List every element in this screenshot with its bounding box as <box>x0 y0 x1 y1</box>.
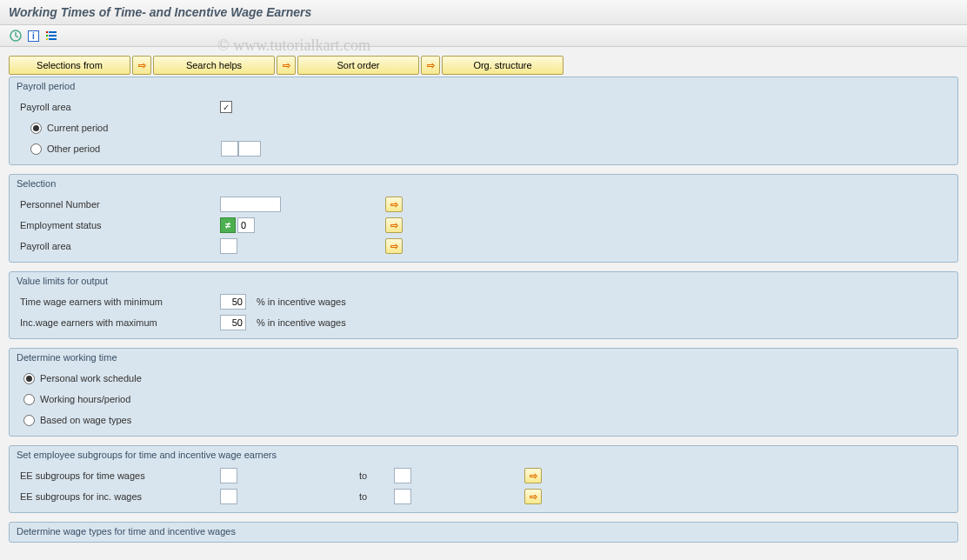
svg-rect-6 <box>49 38 57 40</box>
group-title: Determine working time <box>10 349 957 368</box>
other-period-label: Other period <box>47 143 221 154</box>
toolbar: i <box>0 25 967 47</box>
working-hours-label: Working hours/period <box>40 394 130 404</box>
personnel-number-input[interactable] <box>220 197 281 212</box>
inc-wage-max-label: Inc.wage earners with maximum <box>20 317 220 328</box>
determine-working-time-group: Determine working time Personal work sch… <box>9 348 958 437</box>
group-title: Set employee subgroups for time and ince… <box>10 446 957 465</box>
ee-time-from-input[interactable] <box>220 468 237 483</box>
other-period-radio[interactable] <box>30 143 42 155</box>
working-hours-radio[interactable] <box>23 394 35 405</box>
payroll-area-sel-label: Payroll area <box>20 241 220 251</box>
employment-status-input[interactable] <box>237 217 255 233</box>
inc-wage-max-input[interactable] <box>220 315 246 330</box>
ee-time-wages-label: EE subgroups for time wages <box>20 470 220 481</box>
ee-inc-wages-label: EE subgroups for inc. wages <box>20 491 220 502</box>
wage-types-radio[interactable] <box>23 415 35 426</box>
ee-inc-from-input[interactable] <box>220 489 237 504</box>
sort-order-button[interactable]: Sort order <box>297 56 419 75</box>
execute-icon[interactable] <box>9 29 23 43</box>
arrow-icon[interactable]: ⇨ <box>132 56 151 75</box>
title-bar: Working Times of Time- and Incentive Wag… <box>0 0 967 25</box>
arrow-icon[interactable]: ⇨ <box>421 56 440 75</box>
payroll-period-group: Payroll period Payroll area ✓ Current pe… <box>9 77 958 165</box>
payroll-area-sel-input[interactable] <box>220 238 237 254</box>
other-period-input-2[interactable] <box>238 141 261 157</box>
ee-subgroups-group: Set employee subgroups for time and ince… <box>9 445 958 513</box>
employment-status-label: Employment status <box>20 220 220 230</box>
to-label: to <box>342 470 394 481</box>
selection-group: Selection Personnel Number ⇨ Employment … <box>9 174 958 263</box>
action-button-row: Selections from ⇨ Search helps ⇨ Sort or… <box>9 56 958 75</box>
current-period-radio[interactable] <box>30 123 42 134</box>
group-title: Determine wage types for time and incent… <box>10 523 957 542</box>
multiple-selection-icon[interactable]: ⇨ <box>385 238 403 254</box>
multiple-selection-icon[interactable]: ⇨ <box>524 468 542 483</box>
ee-time-to-input[interactable] <box>394 468 411 483</box>
svg-rect-1 <box>46 31 48 33</box>
svg-rect-4 <box>49 35 57 37</box>
arrow-icon[interactable]: ⇨ <box>277 56 296 75</box>
multiple-selection-icon[interactable]: ⇨ <box>385 197 403 212</box>
determine-wage-types-group: Determine wage types for time and incent… <box>9 522 958 543</box>
selections-from-button[interactable]: Selections from <box>9 56 130 75</box>
content-area: Selections from ⇨ Search helps ⇨ Sort or… <box>0 47 967 551</box>
group-title: Value limits for output <box>10 272 957 291</box>
org-structure-button[interactable]: Org. structure <box>442 56 564 75</box>
multiple-selection-icon[interactable]: ⇨ <box>385 217 403 233</box>
current-period-label: Current period <box>47 123 108 133</box>
info-icon[interactable]: i <box>28 30 39 42</box>
ee-inc-to-input[interactable] <box>394 489 411 504</box>
svg-rect-3 <box>46 35 48 37</box>
time-wage-min-label: Time wage earners with minimum <box>20 297 220 307</box>
payroll-area-checkbox[interactable]: ✓ <box>220 101 232 113</box>
svg-rect-5 <box>46 38 48 40</box>
time-wage-min-input[interactable] <box>220 294 246 310</box>
personal-schedule-radio[interactable] <box>23 373 35 384</box>
to-label: to <box>342 491 394 502</box>
payroll-area-label: Payroll area <box>20 102 220 112</box>
wage-types-label: Based on wage types <box>40 415 131 425</box>
svg-rect-2 <box>49 31 57 33</box>
personal-schedule-label: Personal work schedule <box>40 373 142 383</box>
percent-suffix: % in incentive wages <box>257 297 346 307</box>
other-period-input-1[interactable] <box>221 141 238 157</box>
not-equal-icon[interactable]: ≠ <box>220 217 236 233</box>
variant-icon[interactable] <box>44 29 58 43</box>
value-limits-group: Value limits for output Time wage earner… <box>9 271 958 339</box>
personnel-number-label: Personnel Number <box>20 199 220 210</box>
percent-suffix: % in incentive wages <box>257 317 346 328</box>
group-title: Payroll period <box>10 77 957 97</box>
multiple-selection-icon[interactable]: ⇨ <box>524 489 542 504</box>
group-title: Selection <box>10 175 957 194</box>
page-title: Working Times of Time- and Incentive Wag… <box>9 5 958 19</box>
search-helps-button[interactable]: Search helps <box>153 56 275 75</box>
